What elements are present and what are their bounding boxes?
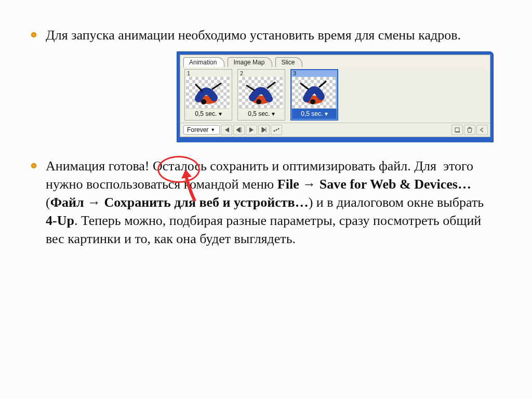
frame-3[interactable]: 3 0,5 sec. ▾ [290,69,338,121]
svg-point-7 [276,129,277,131]
prev-frame-button[interactable] [233,125,245,135]
frame-number: 2 [239,71,284,77]
tab-slice[interactable]: Slice [275,57,302,67]
frame-2[interactable]: 2 0,5 sec. ▾ [237,69,285,121]
frame-number: 1 [186,71,231,77]
bullet-1-text: Для запуска анимации необходимо установи… [46,26,461,44]
tab-animation[interactable]: Animation [183,57,224,67]
frame-delay[interactable]: 0,5 sec. ▾ [186,108,231,119]
frame-number: 3 [292,71,337,77]
new-frame-button[interactable] [451,125,463,135]
tab-image-map[interactable]: Image Map [228,57,272,67]
bullet-dot [31,163,36,168]
frame-thumbnail [239,77,283,108]
animation-panel-window: Animation Image Map Slice 1 [177,51,494,142]
frame-thumbnail [186,77,230,108]
frame-thumbnail [292,77,336,108]
svg-rect-10 [456,131,460,132]
svg-point-6 [274,130,275,132]
svg-point-5 [310,99,315,104]
tween-button[interactable] [271,125,282,135]
scroll-left-icon[interactable] [476,125,488,135]
frame-delay[interactable]: 0,5 sec. ▾ [239,108,284,119]
frame-1[interactable]: 1 0,5 sec. ▾ [184,69,232,121]
play-button[interactable] [246,125,257,135]
svg-rect-9 [455,128,459,132]
bullet-dot [31,32,36,37]
svg-point-1 [201,99,206,104]
svg-point-8 [278,128,280,130]
loop-selector[interactable]: Forever▼ [183,125,220,135]
first-frame-button[interactable] [221,125,232,135]
delete-frame-button[interactable] [464,125,475,135]
svg-point-3 [256,99,261,104]
frame-delay[interactable]: 0,5 sec. ▾ [292,108,337,119]
next-frame-button[interactable] [258,125,270,135]
bullet-2-text: Анимация готова! Осталось сохранить и оп… [46,157,493,248]
